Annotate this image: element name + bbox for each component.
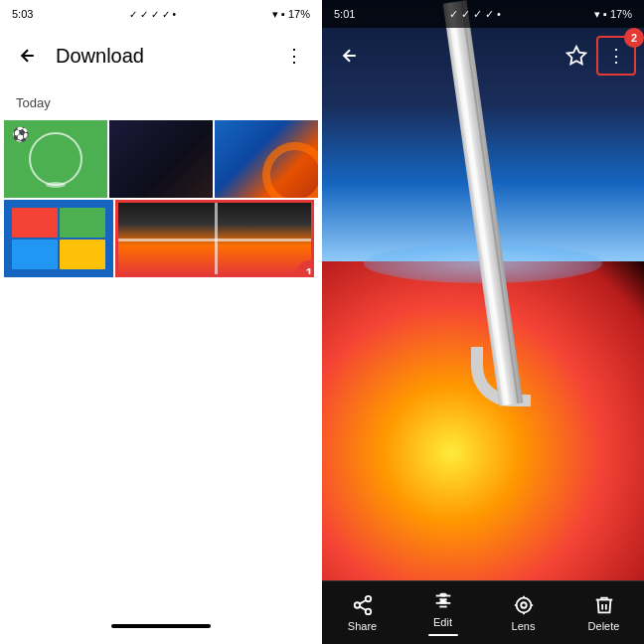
status-time-left: 5:03 (12, 8, 33, 20)
svg-point-1 (365, 595, 371, 601)
photo-windows[interactable] (4, 200, 113, 277)
bg-bottom (322, 261, 644, 580)
overflow-menu-button-left[interactable]: ⋮ (274, 36, 314, 76)
share-label: Share (348, 620, 377, 632)
win-green (60, 208, 105, 238)
share-icon (352, 594, 374, 616)
status-icons-left: ✓ ✓ ✓ ✓ • (129, 9, 176, 20)
status-bar-left: 5:03 ✓ ✓ ✓ ✓ • ▾ ▪ 17% (0, 0, 322, 28)
svg-point-13 (521, 602, 527, 608)
photo-gear[interactable] (215, 120, 318, 198)
wallpaper-image (118, 203, 311, 274)
delete-icon (593, 594, 615, 616)
photo-soccer[interactable] (4, 120, 107, 198)
edit-icon (432, 590, 454, 612)
right-panel: 5:01 ✓ ✓ ✓ ✓ • ▾ ▪ 17% ⋮ 2 (322, 0, 644, 644)
lens-label: Lens (512, 620, 536, 632)
section-label-today: Today (0, 83, 322, 118)
star-button[interactable] (557, 36, 596, 76)
back-button-right[interactable] (330, 36, 370, 76)
share-button[interactable]: Share (322, 594, 402, 632)
status-right-right: ▾ ▪ 17% (594, 8, 632, 21)
win-red (12, 208, 58, 238)
svg-line-4 (359, 606, 365, 610)
soccer-image (4, 120, 107, 198)
three-dots-icon-left: ⋮ (285, 45, 304, 67)
left-panel: 5:03 ✓ ✓ ✓ ✓ • ▾ ▪ 17% Download ⋮ Today (0, 0, 322, 644)
svg-point-2 (354, 602, 360, 608)
svg-point-12 (516, 597, 531, 612)
gear-image (215, 120, 318, 198)
badge-2: 2 (624, 28, 644, 48)
lens-icon (513, 594, 535, 616)
photo-space[interactable] (109, 120, 213, 198)
back-button-left[interactable] (8, 36, 48, 76)
space-image (109, 120, 213, 198)
svg-rect-11 (440, 601, 446, 603)
win-blue (12, 240, 58, 269)
three-dots-icon-right: ⋮ (607, 45, 626, 67)
windows-image (4, 200, 113, 277)
main-image (322, 0, 644, 580)
status-bar-right: 5:01 ✓ ✓ ✓ ✓ • ▾ ▪ 17% (322, 0, 644, 28)
delete-button[interactable]: Delete (564, 594, 644, 632)
status-time-right: 5:01 (334, 8, 355, 20)
page-title: Download (56, 45, 274, 68)
photo-row-2: 1 (4, 200, 318, 277)
badge-1: 1 (297, 260, 314, 277)
delete-label: Delete (588, 620, 620, 632)
photo-wallpaper-selected[interactable]: 1 (115, 200, 314, 277)
lens-button[interactable]: Lens (483, 594, 564, 632)
svg-marker-0 (567, 47, 585, 64)
image-area[interactable] (322, 0, 644, 580)
app-bar-right: ⋮ 2 (322, 28, 644, 83)
status-icons-right: ✓ ✓ ✓ ✓ • (449, 8, 501, 21)
svg-line-5 (359, 599, 365, 603)
status-right-left: ▾ ▪ 17% (272, 8, 310, 21)
bottom-toolbar: Share Edit (322, 580, 644, 644)
photo-grid: 1 (0, 118, 322, 279)
edit-button[interactable]: Edit (402, 590, 483, 636)
app-bar-left: Download ⋮ (0, 28, 322, 83)
edit-label: Edit (433, 616, 452, 628)
photo-row-1 (4, 120, 318, 198)
svg-point-3 (365, 608, 371, 614)
win-yellow (60, 240, 105, 269)
overflow-menu-button-right[interactable]: ⋮ 2 (596, 36, 636, 76)
svg-rect-10 (440, 593, 446, 595)
nav-indicator-left (111, 624, 211, 628)
